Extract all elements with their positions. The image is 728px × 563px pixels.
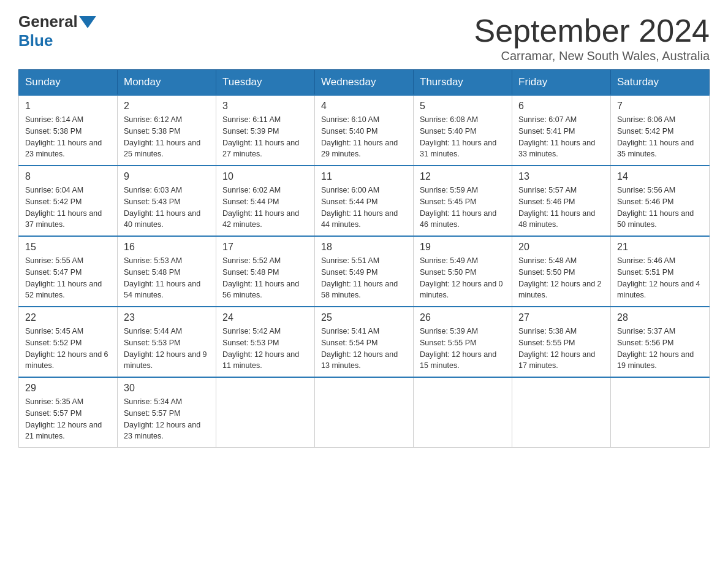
calendar-cell: 11 Sunrise: 6:00 AMSunset: 5:44 PMDaylig… bbox=[315, 166, 414, 236]
day-info: Sunrise: 5:48 AMSunset: 5:50 PMDaylight:… bbox=[518, 255, 604, 301]
day-info: Sunrise: 5:46 AMSunset: 5:51 PMDaylight:… bbox=[617, 255, 703, 301]
day-number: 28 bbox=[617, 312, 703, 323]
calendar-cell: 1 Sunrise: 6:14 AMSunset: 5:38 PMDayligh… bbox=[19, 95, 118, 166]
day-number: 23 bbox=[124, 312, 210, 323]
calendar-cell: 5 Sunrise: 6:08 AMSunset: 5:40 PMDayligh… bbox=[414, 95, 512, 166]
day-number: 14 bbox=[617, 171, 703, 182]
day-info: Sunrise: 5:52 AMSunset: 5:48 PMDaylight:… bbox=[222, 255, 308, 301]
week-row-3: 15 Sunrise: 5:55 AMSunset: 5:47 PMDaylig… bbox=[19, 236, 710, 307]
day-number: 12 bbox=[420, 171, 506, 182]
calendar-cell bbox=[512, 377, 611, 448]
day-info: Sunrise: 6:11 AMSunset: 5:39 PMDaylight:… bbox=[222, 114, 308, 160]
page-header: General Blue September 2024 Carramar, Ne… bbox=[18, 12, 710, 63]
day-info: Sunrise: 5:55 AMSunset: 5:47 PMDaylight:… bbox=[25, 255, 111, 301]
day-info: Sunrise: 6:03 AMSunset: 5:43 PMDaylight:… bbox=[124, 185, 210, 231]
calendar-cell bbox=[611, 377, 710, 448]
calendar-cell: 12 Sunrise: 5:59 AMSunset: 5:45 PMDaylig… bbox=[414, 166, 512, 236]
day-info: Sunrise: 5:56 AMSunset: 5:46 PMDaylight:… bbox=[617, 185, 703, 231]
day-number: 16 bbox=[124, 242, 210, 253]
day-number: 25 bbox=[321, 312, 407, 323]
day-info: Sunrise: 6:07 AMSunset: 5:41 PMDaylight:… bbox=[518, 114, 604, 160]
day-number: 17 bbox=[222, 242, 308, 253]
calendar-cell bbox=[216, 377, 315, 448]
day-info: Sunrise: 5:35 AMSunset: 5:57 PMDaylight:… bbox=[25, 396, 111, 442]
day-number: 4 bbox=[321, 101, 407, 112]
day-number: 9 bbox=[124, 171, 210, 182]
day-info: Sunrise: 6:12 AMSunset: 5:38 PMDaylight:… bbox=[124, 114, 210, 160]
day-number: 24 bbox=[222, 312, 308, 323]
day-info: Sunrise: 5:42 AMSunset: 5:53 PMDaylight:… bbox=[222, 326, 308, 372]
calendar-table: SundayMondayTuesdayWednesdayThursdayFrid… bbox=[18, 69, 710, 448]
day-number: 6 bbox=[518, 101, 604, 112]
day-info: Sunrise: 6:06 AMSunset: 5:42 PMDaylight:… bbox=[617, 114, 703, 160]
logo: General Blue bbox=[18, 12, 97, 50]
week-row-4: 22 Sunrise: 5:45 AMSunset: 5:52 PMDaylig… bbox=[19, 307, 710, 377]
calendar-cell: 17 Sunrise: 5:52 AMSunset: 5:48 PMDaylig… bbox=[216, 236, 315, 307]
calendar-cell: 21 Sunrise: 5:46 AMSunset: 5:51 PMDaylig… bbox=[611, 236, 710, 307]
weekday-header-friday: Friday bbox=[512, 70, 611, 96]
day-number: 20 bbox=[518, 242, 604, 253]
day-info: Sunrise: 5:59 AMSunset: 5:45 PMDaylight:… bbox=[420, 185, 506, 231]
day-number: 21 bbox=[617, 242, 703, 253]
week-row-2: 8 Sunrise: 6:04 AMSunset: 5:42 PMDayligh… bbox=[19, 166, 710, 236]
day-number: 5 bbox=[420, 101, 506, 112]
calendar-cell: 9 Sunrise: 6:03 AMSunset: 5:43 PMDayligh… bbox=[118, 166, 216, 236]
day-info: Sunrise: 5:51 AMSunset: 5:49 PMDaylight:… bbox=[321, 255, 407, 301]
weekday-header-saturday: Saturday bbox=[611, 70, 710, 96]
logo-blue-text: Blue bbox=[18, 31, 53, 50]
calendar-cell: 27 Sunrise: 5:38 AMSunset: 5:55 PMDaylig… bbox=[512, 307, 611, 377]
day-number: 30 bbox=[124, 383, 210, 394]
day-number: 10 bbox=[222, 171, 308, 182]
calendar-cell: 15 Sunrise: 5:55 AMSunset: 5:47 PMDaylig… bbox=[19, 236, 118, 307]
calendar-cell: 29 Sunrise: 5:35 AMSunset: 5:57 PMDaylig… bbox=[19, 377, 118, 448]
calendar-cell: 28 Sunrise: 5:37 AMSunset: 5:56 PMDaylig… bbox=[611, 307, 710, 377]
calendar-cell: 13 Sunrise: 5:57 AMSunset: 5:46 PMDaylig… bbox=[512, 166, 611, 236]
day-info: Sunrise: 5:37 AMSunset: 5:56 PMDaylight:… bbox=[617, 326, 703, 372]
week-row-5: 29 Sunrise: 5:35 AMSunset: 5:57 PMDaylig… bbox=[19, 377, 710, 448]
calendar-cell: 4 Sunrise: 6:10 AMSunset: 5:40 PMDayligh… bbox=[315, 95, 414, 166]
day-info: Sunrise: 5:34 AMSunset: 5:57 PMDaylight:… bbox=[124, 396, 210, 442]
day-info: Sunrise: 6:14 AMSunset: 5:38 PMDaylight:… bbox=[25, 114, 111, 160]
day-number: 13 bbox=[518, 171, 604, 182]
logo-triangle-icon bbox=[79, 16, 96, 28]
day-info: Sunrise: 6:02 AMSunset: 5:44 PMDaylight:… bbox=[222, 185, 308, 231]
day-info: Sunrise: 5:49 AMSunset: 5:50 PMDaylight:… bbox=[420, 255, 506, 301]
day-number: 8 bbox=[25, 171, 111, 182]
day-number: 26 bbox=[420, 312, 506, 323]
calendar-cell: 24 Sunrise: 5:42 AMSunset: 5:53 PMDaylig… bbox=[216, 307, 315, 377]
calendar-cell: 8 Sunrise: 6:04 AMSunset: 5:42 PMDayligh… bbox=[19, 166, 118, 236]
calendar-cell: 19 Sunrise: 5:49 AMSunset: 5:50 PMDaylig… bbox=[414, 236, 512, 307]
calendar-cell: 22 Sunrise: 5:45 AMSunset: 5:52 PMDaylig… bbox=[19, 307, 118, 377]
day-number: 29 bbox=[25, 383, 111, 394]
week-row-1: 1 Sunrise: 6:14 AMSunset: 5:38 PMDayligh… bbox=[19, 95, 710, 166]
day-number: 7 bbox=[617, 101, 703, 112]
day-info: Sunrise: 5:45 AMSunset: 5:52 PMDaylight:… bbox=[25, 326, 111, 372]
day-info: Sunrise: 5:57 AMSunset: 5:46 PMDaylight:… bbox=[518, 185, 604, 231]
day-number: 3 bbox=[222, 101, 308, 112]
calendar-cell: 6 Sunrise: 6:07 AMSunset: 5:41 PMDayligh… bbox=[512, 95, 611, 166]
calendar-cell: 23 Sunrise: 5:44 AMSunset: 5:53 PMDaylig… bbox=[118, 307, 216, 377]
calendar-cell: 30 Sunrise: 5:34 AMSunset: 5:57 PMDaylig… bbox=[118, 377, 216, 448]
day-info: Sunrise: 5:39 AMSunset: 5:55 PMDaylight:… bbox=[420, 326, 506, 372]
day-info: Sunrise: 5:44 AMSunset: 5:53 PMDaylight:… bbox=[124, 326, 210, 372]
calendar-cell: 18 Sunrise: 5:51 AMSunset: 5:49 PMDaylig… bbox=[315, 236, 414, 307]
day-info: Sunrise: 5:41 AMSunset: 5:54 PMDaylight:… bbox=[321, 326, 407, 372]
day-number: 11 bbox=[321, 171, 407, 182]
day-number: 18 bbox=[321, 242, 407, 253]
calendar-cell: 10 Sunrise: 6:02 AMSunset: 5:44 PMDaylig… bbox=[216, 166, 315, 236]
day-info: Sunrise: 6:10 AMSunset: 5:40 PMDaylight:… bbox=[321, 114, 407, 160]
day-info: Sunrise: 5:53 AMSunset: 5:48 PMDaylight:… bbox=[124, 255, 210, 301]
month-year-title: September 2024 bbox=[474, 12, 710, 49]
title-block: September 2024 Carramar, New South Wales… bbox=[474, 12, 710, 63]
day-number: 2 bbox=[124, 101, 210, 112]
location-subtitle: Carramar, New South Wales, Australia bbox=[474, 49, 710, 63]
weekday-header-wednesday: Wednesday bbox=[315, 70, 414, 96]
weekday-header-sunday: Sunday bbox=[19, 70, 118, 96]
day-info: Sunrise: 6:04 AMSunset: 5:42 PMDaylight:… bbox=[25, 185, 111, 231]
weekday-header-monday: Monday bbox=[118, 70, 216, 96]
day-info: Sunrise: 5:38 AMSunset: 5:55 PMDaylight:… bbox=[518, 326, 604, 372]
day-info: Sunrise: 6:08 AMSunset: 5:40 PMDaylight:… bbox=[420, 114, 506, 160]
weekday-header-tuesday: Tuesday bbox=[216, 70, 315, 96]
day-number: 22 bbox=[25, 312, 111, 323]
calendar-cell: 16 Sunrise: 5:53 AMSunset: 5:48 PMDaylig… bbox=[118, 236, 216, 307]
